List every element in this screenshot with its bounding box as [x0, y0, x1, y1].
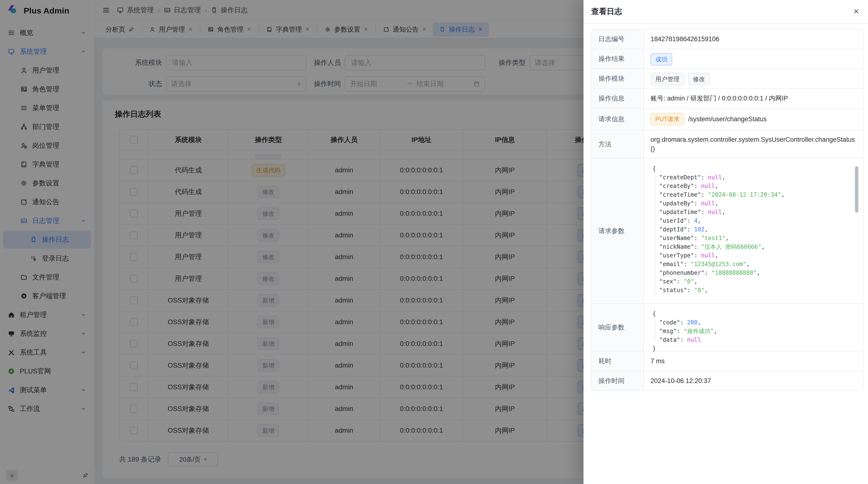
- response-params-code[interactable]: {"code": 200,"msg": "操作成功","data": null}: [650, 308, 860, 355]
- detail-label: 操作模块: [592, 69, 644, 88]
- log-detail-table: 日志编号 1842781986426159106 操作结果 成功 操作模块 用户…: [591, 29, 864, 391]
- detail-row-request-params: 请求参数 {"createDept": null,"createBy": nul…: [592, 159, 863, 304]
- json-line: "sex": "0",: [652, 277, 854, 286]
- operation-info-value: 账号: admin / 研发部门 / 0:0:0:0:0:0:0:1 / 内网I…: [644, 89, 863, 108]
- detail-row-module: 操作模块 用户管理 修改: [592, 69, 863, 89]
- detail-row-result: 操作结果 成功: [592, 49, 863, 69]
- detail-label: 方法: [592, 130, 644, 158]
- detail-label: 请求信息: [592, 108, 644, 130]
- operation-time-value: 2024-10-06 12:20:37: [644, 371, 863, 390]
- detail-row-log-id: 日志编号 1842781986426159106: [592, 29, 863, 49]
- json-line: "updateBy": null,: [652, 199, 854, 208]
- app-root: Plus Admin 概览 系统管理 用户管理 角色管理 菜单管理 部门管理 岗…: [0, 0, 868, 484]
- json-line: "data": null: [652, 335, 854, 344]
- detail-row-request: 请求信息 PUT请求 /system/user/changeStatus: [592, 108, 863, 130]
- json-line: "createDept": null,: [652, 173, 854, 182]
- json-line: "status": "0",: [652, 286, 854, 295]
- detail-row-method: 方法 org.dromara.system.controller.system.…: [592, 130, 863, 159]
- request-params-code[interactable]: {"createDept": null,"createBy": null,"cr…: [650, 162, 860, 296]
- drawer-header: 查看日志 ✕: [584, 0, 868, 24]
- status-badge: 成功: [651, 53, 672, 66]
- json-line: "createTime": "2024-08-12 17:20:34",: [652, 190, 854, 199]
- detail-row-info: 操作信息 账号: admin / 研发部门 / 0:0:0:0:0:0:0:1 …: [592, 89, 863, 108]
- json-line: "msg": "操作成功",: [652, 327, 854, 335]
- detail-label: 操作信息: [592, 89, 644, 108]
- detail-label: 耗时: [592, 351, 644, 371]
- module-badge: 用户管理: [651, 73, 684, 85]
- detail-label: 日志编号: [592, 29, 644, 49]
- scrollbar-thumb[interactable]: [855, 166, 858, 213]
- json-line: "userId": 4,: [652, 217, 854, 225]
- close-icon[interactable]: ✕: [853, 8, 859, 15]
- log-id-value: 1842781986426159106: [644, 29, 863, 49]
- detail-row-response-params: 响应参数 {"code": 200,"msg": "操作成功","data": …: [592, 304, 863, 351]
- detail-row-time: 操作时间 2024-10-06 12:20:37: [592, 371, 863, 390]
- json-line: "email": "12345@1253.com",: [652, 260, 854, 268]
- view-log-drawer: 查看日志 ✕ 日志编号 1842781986426159106 操作结果 成功 …: [584, 0, 868, 484]
- detail-label: 操作时间: [592, 371, 644, 390]
- json-line: "userName": "test1",: [652, 234, 854, 243]
- action-badge: 修改: [688, 73, 710, 85]
- drawer-title: 查看日志: [591, 6, 622, 17]
- detail-label: 请求参数: [592, 159, 644, 303]
- json-line: "deptId": 102,: [652, 225, 854, 234]
- json-line: "code": 200,: [652, 318, 854, 327]
- http-method-badge: PUT请求: [651, 113, 684, 125]
- detail-label: 操作结果: [592, 49, 644, 68]
- json-line: "phonenumber": "18888888888",: [652, 268, 854, 277]
- request-url: /system/user/changeStatus: [688, 116, 767, 123]
- json-line: "userType": null,: [652, 251, 854, 260]
- json-line: "createBy": null,: [652, 182, 854, 190]
- method-value: org.dromara.system.controller.system.Sys…: [644, 130, 863, 158]
- json-line: "nickName": "仅本人 密码666666",: [652, 243, 854, 251]
- detail-label: 响应参数: [592, 304, 644, 351]
- json-line: "updateTime": null,: [652, 208, 854, 217]
